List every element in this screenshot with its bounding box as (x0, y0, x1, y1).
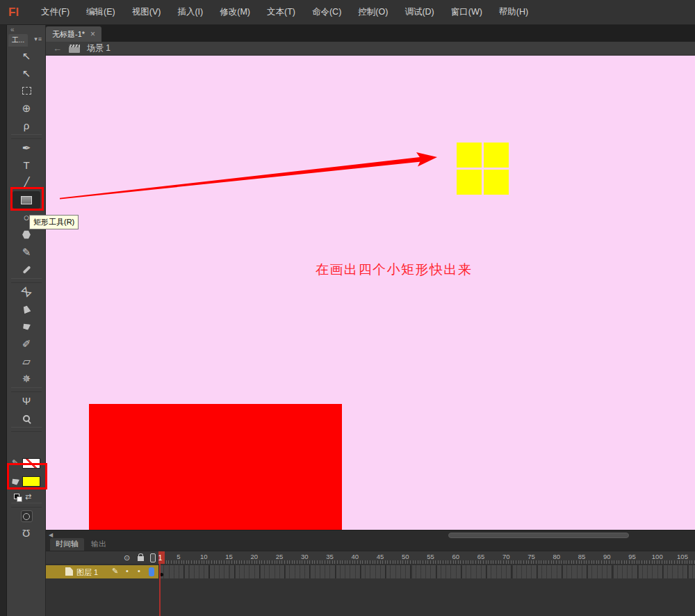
zoom-icon (23, 415, 30, 422)
rectangle-tool-tooltip: 矩形工具(R) (29, 215, 79, 229)
lock-icon[interactable] (138, 556, 144, 561)
ruler-number: 80 (553, 553, 560, 560)
selection-icon: ↖ (22, 51, 31, 61)
selection-tool[interactable]: ↖ (7, 47, 46, 65)
tools-divider (11, 134, 42, 139)
deco-icon: ✵ (22, 373, 31, 384)
tools-list: ↖↖⊕ρ✒T╱○✎⋈✐▱✵Ψ (7, 47, 46, 432)
menu-item-file[interactable]: 文件(F) (41, 6, 70, 18)
scene-label[interactable]: 场景 1 (87, 42, 111, 54)
stage-canvas[interactable]: 在画出四个小矩形快出来 (46, 56, 695, 530)
menu-item-view[interactable]: 视图(V) (132, 6, 161, 18)
bone-tool[interactable]: ⋈ (7, 283, 46, 300)
timeline-header: ⊙ 1 510152025303540455055606570758085909… (46, 551, 695, 565)
ruler-number: 55 (427, 553, 434, 560)
ruler-number: 20 (250, 553, 258, 560)
scrollbar-thumb[interactable] (448, 533, 629, 538)
menu-item-help[interactable]: 帮助(H) (499, 6, 528, 18)
outline-frame-icon[interactable] (150, 553, 156, 562)
object-drawing-option[interactable] (7, 508, 46, 525)
layer-row-header[interactable]: 图层 1 ✎ • • (46, 565, 158, 578)
tools-divider (11, 387, 42, 392)
edit-bar: ← 场景 1 (46, 42, 695, 56)
subselection-tool[interactable]: ↖ (7, 65, 46, 82)
brush-tool[interactable] (7, 261, 46, 278)
layer-edit-pencil-icon: ✎ (112, 567, 118, 576)
menu-bar: Fl 文件(F)编辑(E)视图(V)插入(I)修改(M)文本(T)命令(C)控制… (0, 0, 695, 25)
tools-panel-tab[interactable]: 工... (8, 34, 28, 47)
tools-panel: « 工... ▾≡ ↖↖⊕ρ✒T╱○✎⋈✐▱✵Ψ ✎ ⇄ Ω (7, 25, 46, 616)
menu-item-edit[interactable]: 编辑(E) (86, 6, 115, 18)
ruler-number: 5 (177, 553, 180, 560)
highlight-box-rectangle-tool (10, 187, 44, 211)
ruler-number: 45 (377, 553, 384, 560)
tab-timeline[interactable]: 时间轴 (50, 538, 84, 551)
eraser-tool[interactable]: ▱ (7, 352, 46, 370)
document-tab[interactable]: 无标题-1* × (46, 26, 101, 42)
yellow-squares-group[interactable] (457, 143, 509, 195)
timeline-panel: 时间轴 输出 ⊙ 1 51015202530354045505560657075… (46, 540, 695, 616)
back-arrow-icon[interactable]: ← (53, 43, 62, 54)
swap-colors-icon[interactable]: ⇄ (25, 492, 31, 501)
menu-item-window[interactable]: 窗口(W) (451, 6, 482, 18)
menu-item-commands[interactable]: 命令(C) (312, 6, 341, 18)
ruler-number: 85 (578, 553, 586, 560)
hand-icon: Ψ (22, 396, 31, 406)
layer-row[interactable]: 图层 1 ✎ • • (46, 565, 695, 578)
canvas-horizontal-scrollbar[interactable]: ◀ (46, 530, 695, 540)
current-frame-marker[interactable]: 1 (158, 551, 165, 564)
close-icon[interactable]: × (90, 29, 95, 39)
scene-clapperboard-icon (69, 44, 80, 53)
menu-item-insert[interactable]: 插入(I) (177, 6, 203, 18)
layer-frames-track[interactable] (158, 565, 695, 578)
magnet-icon: Ω (22, 528, 30, 539)
yellow-square[interactable] (457, 143, 482, 168)
paint-bucket-tool[interactable] (7, 318, 46, 335)
text-tool[interactable]: T (7, 156, 46, 174)
scroll-left-icon[interactable]: ◀ (49, 532, 53, 538)
eye-icon[interactable]: ⊙ (124, 553, 130, 562)
pencil-tool[interactable]: ✎ (7, 243, 46, 261)
zoom-tool[interactable] (7, 410, 46, 427)
layer-visibility-dot-icon[interactable]: • (126, 567, 129, 575)
canvas-annotation-text: 在画出四个小矩形快出来 (316, 261, 473, 279)
bone-icon: ⋈ (19, 284, 33, 299)
3d-rotation-tool[interactable]: ⊕ (7, 99, 46, 117)
eyedropper-tool[interactable]: ✐ (7, 335, 46, 352)
lasso-tool[interactable]: ρ (7, 117, 46, 134)
ruler-number: 35 (326, 553, 334, 560)
menu-item-debug[interactable]: 调试(D) (404, 6, 434, 18)
yellow-square[interactable] (457, 170, 482, 195)
hand-tool[interactable]: Ψ (7, 392, 46, 410)
line-icon: ╱ (23, 177, 29, 188)
panel-menu-icon[interactable]: ▾≡ (34, 35, 42, 42)
tab-output[interactable]: 输出 (85, 538, 112, 551)
menu-items: 文件(F)编辑(E)视图(V)插入(I)修改(M)文本(T)命令(C)控制(O)… (41, 6, 528, 18)
menu-item-text[interactable]: 文本(T) (267, 6, 295, 18)
free-transform-icon (22, 87, 31, 95)
ruler-number: 105 (677, 553, 688, 560)
collapse-panel-icon[interactable]: « (10, 26, 15, 33)
pen-icon: ✒ (22, 143, 31, 153)
free-transform-tool[interactable] (7, 82, 46, 99)
snap-to-objects-option[interactable]: Ω (7, 525, 46, 542)
yellow-square[interactable] (484, 143, 509, 168)
brush-icon (22, 265, 31, 273)
ink-bottle-icon (22, 305, 31, 314)
left-rail (0, 25, 7, 616)
layer-name[interactable]: 图层 1 (76, 567, 98, 578)
pen-tool[interactable]: ✒ (7, 139, 46, 156)
ink-bottle-tool[interactable] (7, 300, 46, 318)
ruler-number: 50 (402, 553, 409, 560)
layer-outline-color-chip[interactable] (149, 567, 154, 576)
yellow-square[interactable] (484, 170, 509, 195)
deco-tool[interactable]: ✵ (7, 370, 46, 387)
red-rectangle-shape[interactable] (89, 404, 342, 530)
menu-item-modify[interactable]: 修改(M) (220, 6, 250, 18)
black-white-icon[interactable] (14, 494, 19, 499)
menu-item-control[interactable]: 控制(O) (358, 6, 388, 18)
layer-lock-dot-icon[interactable]: • (138, 567, 140, 575)
ruler-number: 25 (276, 553, 284, 560)
layer-page-icon (65, 567, 73, 576)
frame-ruler[interactable]: 1 51015202530354045505560657075808590951… (158, 551, 695, 564)
